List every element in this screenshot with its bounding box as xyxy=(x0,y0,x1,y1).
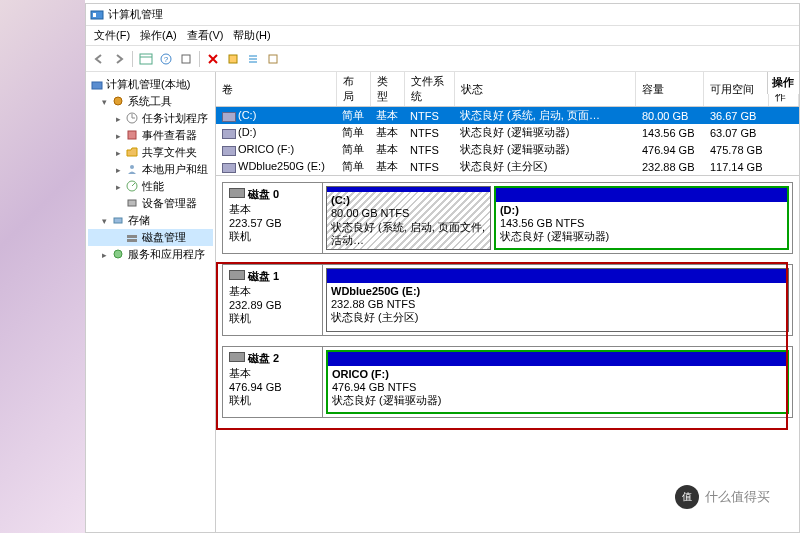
volume-row[interactable]: (C:)简单基本NTFS状态良好 (系统, 启动, 页面…80.00 GB36.… xyxy=(216,107,799,125)
view-button[interactable] xyxy=(137,50,155,68)
tree-device-manager[interactable]: 设备管理器 xyxy=(88,195,213,212)
svg-rect-21 xyxy=(128,200,136,206)
help-button[interactable]: ? xyxy=(157,50,175,68)
partition-type-bar xyxy=(327,269,788,283)
volume-icon xyxy=(222,146,236,156)
list-button[interactable] xyxy=(244,50,262,68)
svg-text:?: ? xyxy=(164,55,169,64)
partition-type-bar xyxy=(496,188,787,202)
tree-local-users[interactable]: ▸本地用户和组 xyxy=(88,161,213,178)
col-layout[interactable]: 布局 xyxy=(336,72,370,107)
disk-graphical-view[interactable]: 磁盘 0 基本 223.57 GB 联机 (C:) 80.00 GB NTFS … xyxy=(216,176,799,532)
svg-rect-22 xyxy=(114,218,122,223)
menubar: 文件(F) 操作(A) 查看(V) 帮助(H) xyxy=(86,26,799,46)
svg-rect-0 xyxy=(91,11,103,19)
volume-icon xyxy=(222,163,236,173)
disk-1-row[interactable]: 磁盘 1 基本 232.89 GB 联机 WDblue250G (E:) 232… xyxy=(222,264,793,336)
svg-rect-7 xyxy=(229,55,237,63)
tree-disk-management[interactable]: 磁盘管理 xyxy=(88,229,213,246)
detail-button[interactable] xyxy=(264,50,282,68)
watermark-text: 什么值得买 xyxy=(705,488,770,506)
tree-system-tools[interactable]: ▾系统工具 xyxy=(88,93,213,110)
disk-icon xyxy=(229,270,245,280)
forward-button[interactable] xyxy=(110,50,128,68)
svg-rect-24 xyxy=(127,239,137,242)
svg-point-13 xyxy=(114,97,122,105)
col-type[interactable]: 类型 xyxy=(370,72,404,107)
volume-icon xyxy=(222,112,236,122)
partition-d[interactable]: (D:) 143.56 GB NTFS 状态良好 (逻辑驱动器) xyxy=(494,186,789,250)
disk-1-label: 磁盘 1 基本 232.89 GB 联机 xyxy=(223,265,323,335)
svg-rect-17 xyxy=(128,131,136,139)
col-volume[interactable]: 卷 xyxy=(216,72,336,107)
partition-f[interactable]: ORICO (F:) 476.94 GB NTFS 状态良好 (逻辑驱动器) xyxy=(326,350,789,414)
disk-icon xyxy=(229,352,245,362)
svg-line-20 xyxy=(132,183,135,186)
watermark-logo-icon: 值 xyxy=(675,485,699,509)
disk-icon xyxy=(229,188,245,198)
col-free[interactable]: 可用空间 xyxy=(704,72,769,107)
tree-services-apps[interactable]: ▸服务和应用程序 xyxy=(88,246,213,263)
svg-rect-11 xyxy=(269,55,277,63)
partition-type-bar xyxy=(328,352,787,366)
titlebar[interactable]: 计算机管理 xyxy=(86,4,799,26)
svg-rect-12 xyxy=(92,82,102,89)
svg-rect-6 xyxy=(182,55,190,63)
window-title: 计算机管理 xyxy=(108,7,163,22)
col-capacity[interactable]: 容量 xyxy=(636,72,704,107)
svg-rect-23 xyxy=(127,235,137,238)
properties-button[interactable] xyxy=(224,50,242,68)
svg-rect-2 xyxy=(140,54,152,64)
actions-panel: 操作 xyxy=(767,72,799,94)
computer-management-window: 计算机管理 文件(F) 操作(A) 查看(V) 帮助(H) ? 计算机管理(本地… xyxy=(85,3,800,533)
volume-list[interactable]: 卷 布局 类型 文件系统 状态 容量 可用空间 操作 (C:)简单基本NTFS状… xyxy=(216,72,799,176)
delete-button[interactable] xyxy=(204,50,222,68)
tree-event-viewer[interactable]: ▸事件查看器 xyxy=(88,127,213,144)
navigation-tree[interactable]: 计算机管理(本地) ▾系统工具 ▸任务计划程序 ▸事件查看器 ▸共享文件夹 ▸本… xyxy=(86,72,216,532)
volume-row[interactable]: (D:)简单基本NTFS状态良好 (逻辑驱动器)143.56 GB63.07 G… xyxy=(216,124,799,141)
menu-action[interactable]: 操作(A) xyxy=(136,28,181,43)
svg-rect-1 xyxy=(93,13,96,17)
tree-task-scheduler[interactable]: ▸任务计划程序 xyxy=(88,110,213,127)
content-area: 操作 卷 布局 类型 文件系统 状态 容量 可用空间 操作 (C:)简单基本NT… xyxy=(216,72,799,532)
tree-storage[interactable]: ▾存储 xyxy=(88,212,213,229)
col-status[interactable]: 状态 xyxy=(454,72,636,107)
col-fs[interactable]: 文件系统 xyxy=(404,72,454,107)
volume-row[interactable]: ORICO (F:)简单基本NTFS状态良好 (逻辑驱动器)476.94 GB4… xyxy=(216,141,799,158)
svg-point-18 xyxy=(130,165,134,169)
back-button[interactable] xyxy=(90,50,108,68)
tree-shared-folders[interactable]: ▸共享文件夹 xyxy=(88,144,213,161)
app-icon xyxy=(90,8,104,22)
disk-0-label: 磁盘 0 基本 223.57 GB 联机 xyxy=(223,183,323,253)
menu-view[interactable]: 查看(V) xyxy=(183,28,228,43)
menu-help[interactable]: 帮助(H) xyxy=(229,28,274,43)
actions-header: 操作 xyxy=(772,75,795,90)
svg-point-25 xyxy=(114,250,122,258)
partition-e[interactable]: WDblue250G (E:) 232.88 GB NTFS 状态良好 (主分区… xyxy=(326,268,789,332)
volume-icon xyxy=(222,129,236,139)
tree-performance[interactable]: ▸性能 xyxy=(88,178,213,195)
tree-root[interactable]: 计算机管理(本地) xyxy=(88,76,213,93)
volume-row[interactable]: WDblue250G (E:)简单基本NTFS状态良好 (主分区)232.88 … xyxy=(216,158,799,175)
partition-c[interactable]: (C:) 80.00 GB NTFS 状态良好 (系统, 启动, 页面文件, 活… xyxy=(326,186,491,250)
watermark: 值 什么值得买 xyxy=(665,481,780,513)
disk-2-label: 磁盘 2 基本 476.94 GB 联机 xyxy=(223,347,323,417)
disk-0-row[interactable]: 磁盘 0 基本 223.57 GB 联机 (C:) 80.00 GB NTFS … xyxy=(222,182,793,254)
refresh-button[interactable] xyxy=(177,50,195,68)
toolbar: ? xyxy=(86,46,799,72)
disk-2-row[interactable]: 磁盘 2 基本 476.94 GB 联机 ORICO (F:) 476.94 G… xyxy=(222,346,793,418)
menu-file[interactable]: 文件(F) xyxy=(90,28,134,43)
